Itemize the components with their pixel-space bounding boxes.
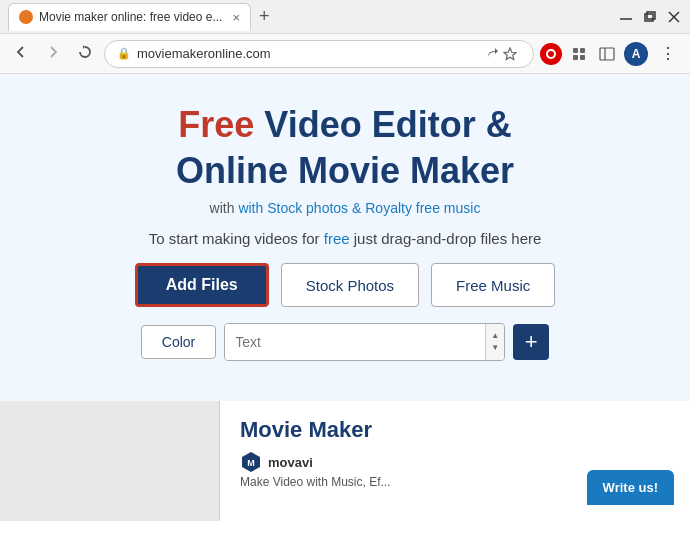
- bottom-area: Movie Maker M movavi Make Video with Mus…: [0, 401, 690, 521]
- profile-icon[interactable]: A: [624, 42, 648, 66]
- more-menu-button[interactable]: ⋮: [654, 42, 682, 65]
- scroll-up-button[interactable]: ▲: [486, 330, 504, 342]
- forward-button[interactable]: [40, 42, 66, 65]
- svg-rect-11: [580, 55, 585, 60]
- lock-icon: 🔒: [117, 47, 131, 60]
- free-word: Free: [178, 104, 254, 145]
- svg-point-7: [548, 51, 554, 57]
- close-window-icon[interactable]: [666, 10, 682, 24]
- plus-button[interactable]: +: [513, 324, 549, 360]
- write-us-button[interactable]: Write us!: [587, 470, 674, 505]
- svg-rect-12: [600, 48, 614, 60]
- svg-rect-2: [647, 12, 655, 19]
- svg-rect-8: [573, 48, 578, 53]
- add-files-button[interactable]: Add Files: [135, 263, 269, 307]
- title-bar: Movie maker online: free video e... × +: [0, 0, 690, 34]
- tab-close-button[interactable]: ×: [232, 10, 240, 25]
- text-input[interactable]: [225, 324, 485, 360]
- restore-icon[interactable]: [642, 10, 658, 24]
- star-icon[interactable]: [503, 47, 517, 61]
- address-action-icons: [485, 47, 517, 61]
- main-buttons-row: Add Files Stock Photos Free Music: [40, 263, 650, 307]
- recording-icon[interactable]: [540, 43, 562, 65]
- drag-text-before: To start making videos for: [149, 230, 324, 247]
- text-scroll-buttons: ▲ ▼: [485, 324, 504, 360]
- bottom-right-panel: Movie Maker M movavi Make Video with Mus…: [220, 401, 690, 521]
- new-tab-button[interactable]: +: [259, 6, 270, 27]
- text-input-wrapper: ▲ ▼: [224, 323, 505, 361]
- svg-rect-10: [573, 55, 578, 60]
- free-link[interactable]: free: [324, 230, 350, 247]
- address-bar: 🔒 moviemakeronline.com A ⋮: [0, 34, 690, 74]
- url-text: moviemakeronline.com: [137, 46, 479, 61]
- svg-marker-5: [504, 48, 516, 60]
- share-icon[interactable]: [485, 47, 499, 61]
- hero-title-line1-rest: Video Editor &: [254, 104, 511, 145]
- window-controls: [618, 10, 682, 24]
- page-content: Free Video Editor & Online Movie Maker w…: [0, 74, 690, 556]
- hero-title-line2: Online Movie Maker: [40, 150, 650, 192]
- svg-rect-1: [645, 14, 653, 21]
- extensions-icon[interactable]: [568, 43, 590, 65]
- hero-subtitle: with with Stock photos & Royalty free mu…: [40, 200, 650, 216]
- hero-section: Free Video Editor & Online Movie Maker w…: [0, 74, 690, 401]
- minimize-icon[interactable]: [618, 10, 634, 24]
- scroll-down-button[interactable]: ▼: [486, 342, 504, 354]
- back-button[interactable]: [8, 42, 34, 65]
- stock-photos-button[interactable]: Stock Photos: [281, 263, 419, 307]
- drag-instruction: To start making videos for free just dra…: [40, 230, 650, 247]
- hero-title-line1: Free Video Editor &: [40, 104, 650, 146]
- free-music-button[interactable]: Free Music: [431, 263, 555, 307]
- address-input[interactable]: 🔒 moviemakeronline.com: [104, 40, 534, 68]
- browser-tab[interactable]: Movie maker online: free video e... ×: [8, 3, 251, 31]
- movavi-brand-text: movavi: [268, 455, 313, 470]
- tab-title: Movie maker online: free video e...: [39, 10, 222, 24]
- movie-maker-title: Movie Maker: [240, 417, 670, 443]
- svg-text:M: M: [247, 458, 255, 468]
- subtitle-text: with: [210, 200, 239, 216]
- subtitle-link[interactable]: with Stock photos & Royalty free music: [238, 200, 480, 216]
- second-buttons-row: Color ▲ ▼ +: [40, 323, 650, 361]
- drag-text-after: just drag-and-drop files here: [350, 230, 542, 247]
- bottom-left-panel: [0, 401, 220, 521]
- tab-favicon: [19, 10, 33, 24]
- color-button[interactable]: Color: [141, 325, 216, 359]
- svg-rect-9: [580, 48, 585, 53]
- refresh-button[interactable]: [72, 42, 98, 65]
- sidebar-icon[interactable]: [596, 43, 618, 65]
- tab-area: Movie maker online: free video e... × +: [8, 3, 618, 31]
- movavi-icon: M: [240, 451, 262, 473]
